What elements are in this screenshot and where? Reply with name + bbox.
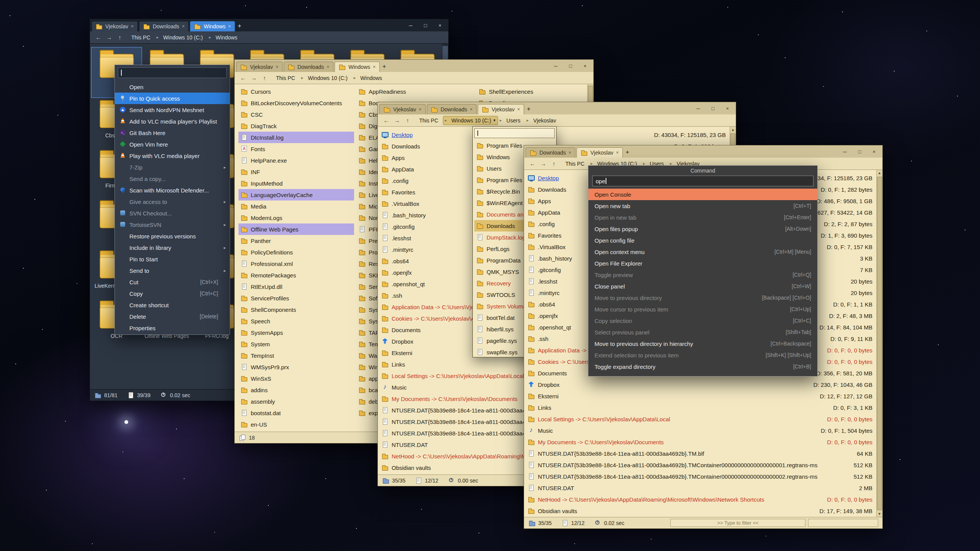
file-row[interactable]: ModemLogs (238, 212, 354, 223)
command-item[interactable]: Open config file (588, 235, 817, 246)
context-menu-item[interactable]: Send to ▸ (115, 265, 230, 276)
back-button[interactable]: ← (238, 73, 248, 83)
context-menu-item[interactable]: TortoiseSVN ▸ (115, 219, 230, 230)
tab[interactable]: Vjekoslav (577, 147, 623, 158)
file-row[interactable]: RtlExUpd.dll (238, 281, 354, 292)
context-menu-filter-input[interactable] (118, 67, 227, 78)
file-row[interactable]: NetHood -> C:\Users\Vjekoslav\AppData\Ro… (524, 494, 882, 505)
back-button[interactable]: ← (527, 159, 538, 168)
tab-close-icon[interactable] (373, 64, 376, 70)
command-input[interactable]: ope (592, 176, 813, 186)
forward-button[interactable]: → (392, 116, 402, 125)
command-item[interactable]: Extend selection to previous item [Shift… (588, 349, 817, 361)
maximize-button[interactable]: □ (712, 106, 715, 111)
breadcrumb-segment[interactable]: Windows 10 (C:) ▾ (443, 116, 498, 125)
forward-button[interactable]: → (104, 33, 114, 42)
up-button[interactable]: ↑ (114, 33, 125, 42)
command-item[interactable]: Toggle expand directory [Ctrl+B] (588, 361, 817, 372)
file-row[interactable]: Media (238, 201, 354, 212)
back-button[interactable]: ← (93, 33, 104, 42)
breadcrumb-segment[interactable]: This PC (417, 116, 443, 125)
command-item[interactable]: Select previous panel [Shift+Tab] (588, 326, 817, 338)
file-row[interactable]: RemotePackages (238, 269, 354, 281)
file-row[interactable]: LanguageOverlayCache (238, 189, 354, 201)
file-row[interactable]: System (238, 338, 354, 350)
tab-close-icon[interactable] (131, 24, 134, 29)
file-row[interactable]: ShellExperiences (477, 86, 586, 97)
breadcrumb-segment[interactable]: This PC (274, 74, 300, 82)
file-row[interactable]: ServiceProfiles (238, 292, 354, 304)
command-item[interactable]: Open new tab [Ctrl+T] (588, 200, 817, 212)
file-row[interactable]: ShellComponents (238, 304, 354, 315)
context-menu-item[interactable]: Give access to ▸ (115, 196, 230, 207)
tab[interactable]: Windows (335, 62, 380, 72)
tab[interactable]: Downloads (427, 104, 477, 114)
command-item[interactable]: Toggle preview [Ctrl+Q] (588, 269, 817, 280)
context-menu-item[interactable]: 7-Zip ▸ (115, 161, 230, 173)
forward-button[interactable]: → (538, 159, 549, 168)
file-row[interactable]: WinSxS (238, 373, 354, 384)
context-menu-item[interactable]: Cut [Ctrl+X] (115, 276, 230, 288)
close-button[interactable]: × (726, 106, 729, 111)
context-menu-item[interactable]: Scan with Microsoft Defender... (115, 184, 230, 196)
file-row[interactable]: BitLockerDiscoveryVolumeContents (238, 97, 354, 109)
maximize-button[interactable]: □ (424, 23, 427, 28)
context-menu-item[interactable]: Send a copy... (115, 173, 230, 184)
tab[interactable]: Downloads (284, 62, 333, 72)
context-menu-item[interactable]: Add to VLC media player's Playlist (115, 116, 230, 127)
new-tab-button[interactable]: + (238, 23, 241, 29)
file-row[interactable]: Local Settings -> C:\Users\Vjekoslav\App… (524, 413, 882, 425)
close-button[interactable]: × (438, 23, 441, 28)
command-item[interactable]: Move to previous directory [Backspace] [… (588, 292, 817, 303)
breadcrumb-segment[interactable]: This PC (563, 160, 589, 168)
command-item[interactable]: Move cursor to previous item [Ctrl+Up] (588, 303, 817, 315)
new-tab-button[interactable]: + (527, 106, 530, 112)
tab-close-icon[interactable] (182, 24, 185, 29)
file-row[interactable]: DiagTrack (238, 120, 354, 132)
file-row[interactable]: NTUSER.DAT{53b39e88-18c4-11ea-a811-000d3… (524, 459, 882, 471)
file-row[interactable]: DtcInstall.log (238, 132, 354, 143)
file-row[interactable]: Cursors (238, 86, 354, 97)
tab[interactable]: Windows (190, 21, 235, 31)
context-menu-item[interactable]: Include in library ▸ (115, 242, 230, 253)
command-item[interactable]: Open context menu [Ctrl+M] [Menu] (588, 246, 817, 258)
tab[interactable]: Downloads (139, 21, 189, 31)
tab-close-icon[interactable] (568, 150, 571, 155)
tab[interactable]: Vjekoslav (236, 62, 283, 72)
command-item[interactable]: Open files popup [Alt+Down] (588, 223, 817, 235)
maximize-button[interactable]: □ (858, 149, 861, 155)
tab-close-icon[interactable] (470, 107, 472, 112)
command-item[interactable]: Open Console (588, 189, 817, 200)
minimize-button[interactable]: ─ (696, 106, 700, 111)
file-row[interactable]: bootstat.dat (238, 407, 354, 419)
context-menu-item[interactable]: Copy [Ctrl+C] (115, 288, 230, 299)
tab[interactable]: Downloads (526, 147, 575, 158)
file-row[interactable]: addins (238, 384, 354, 396)
command-item[interactable]: Open in new tab [Ctrl+Enter] (588, 212, 817, 223)
scroll-down-icon[interactable] (877, 511, 882, 517)
command-item[interactable]: Copy selection [Ctrl+C] (588, 315, 817, 326)
context-menu-item[interactable]: Properties (115, 322, 230, 334)
command-item[interactable]: Close panel [Ctrl+W] (588, 280, 817, 292)
breadcrumb-segment[interactable]: Users (498, 116, 525, 125)
file-row[interactable]: NTUSER.DAT{53b39e88-18c4-11ea-a811-000d3… (524, 471, 882, 482)
back-button[interactable]: ← (381, 116, 392, 125)
tab-close-icon[interactable] (616, 150, 619, 155)
context-menu-item[interactable]: Pin to Quick access (115, 93, 230, 104)
file-row[interactable]: SystemApps (238, 327, 354, 338)
file-row[interactable]: InputMethod (238, 178, 354, 189)
scroll-up-icon[interactable] (730, 127, 736, 133)
context-menu-item[interactable]: Restore previous versions (115, 230, 230, 242)
minimize-button[interactable]: ─ (409, 23, 412, 28)
file-row[interactable]: Professional.xml (238, 258, 354, 269)
file-row[interactable]: HelpPane.exe (238, 155, 354, 166)
file-row[interactable]: Offline Web Pages (238, 223, 354, 235)
tab-close-icon[interactable] (419, 107, 421, 112)
forward-button[interactable]: → (248, 73, 259, 83)
type-to-filter-hint[interactable]: >> Type to filter << (670, 519, 805, 527)
up-button[interactable]: ↑ (402, 116, 413, 125)
tab[interactable]: Vjekoslav (379, 104, 426, 114)
tab-close-icon[interactable] (276, 64, 278, 70)
file-row[interactable]: INF (238, 166, 354, 178)
tab-bar[interactable]: Vjekoslav Downloads Windows (235, 60, 593, 72)
